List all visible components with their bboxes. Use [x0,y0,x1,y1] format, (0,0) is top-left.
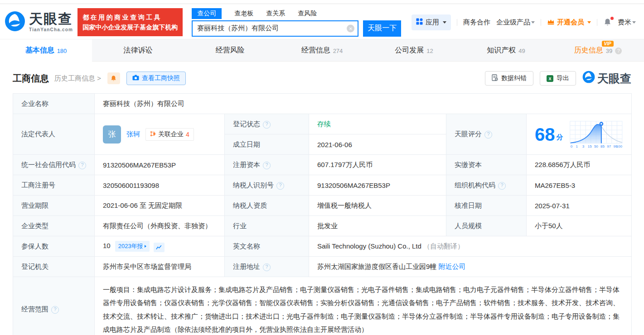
nav-cooperation[interactable]: 商务合作 [463,18,490,27]
tab-history-info[interactable]: VIP 历史信息 39 ? [552,39,644,61]
top-nav: 应用 商务合作 企业级产品 开通会员 费米 [412,14,636,30]
staff-size-value: 小于50人 [535,222,563,230]
tab-company-development[interactable]: 公司发展 12 [368,39,460,61]
apps-menu[interactable]: 应用 [412,14,451,30]
export-button[interactable]: x 导出 [540,71,576,86]
promo-banner[interactable]: 都在用的商业查询工具 国家中小企业发展子基金旗下机构 [77,8,183,37]
question-icon[interactable]: ? [615,48,622,54]
crown-icon [547,19,555,26]
field-label: 工商注册号 [21,181,55,189]
search-tab-relation[interactable]: 查关系 [266,8,285,19]
paid-capital-value: 228.6856万人民币 [535,161,591,168]
table-row: 统一社会信用代码 91320506MA267EB53P 注册资本 607.179… [13,155,632,175]
establish-date-value: 2021-06-06 [317,141,352,148]
field-label: 经营范围 [21,305,48,313]
promo-line1: 都在用的商业查询工具 [82,12,178,22]
search-tab-company[interactable]: 查公司 [192,8,222,19]
subscribe-bell-button[interactable] [107,72,120,84]
search-box: 查公司 查老板 查关系 查风险 ✕ 天眼一下 [192,8,401,37]
field-label: 实缴资本 [455,161,482,168]
vip-badge: VIP [602,41,614,47]
help-icon[interactable] [78,162,86,169]
tab-intellectual-property[interactable]: 知识产权 49 [460,39,552,61]
help-icon[interactable] [263,162,271,169]
help-icon[interactable] [498,182,506,190]
report-chip-label: 2023年报 [118,242,143,250]
annual-report-chip[interactable]: 2023年报 [115,241,150,252]
section-title: 工商信息 [13,72,49,85]
top-divider [0,4,644,4]
tab-operation-risk[interactable]: 经营风险 [184,39,276,61]
score-distribution-chart: 0 1 3 15 50 85 97 99 100 [569,119,624,150]
org-code-value: MA267EB5-3 [535,182,575,189]
table-row: 登记机关 苏州市吴中区市场监督管理局 注册地址 苏州太湖国家旅游度假区香山工业园… [13,257,632,277]
insured-count-value: 10 [103,242,111,249]
history-business-info-link[interactable]: 历史工商信息 > [54,74,101,83]
avatar[interactable]: 张 [103,125,121,144]
view-snapshot-button[interactable]: 查看工商快照 [126,72,186,85]
nav-user-menu[interactable]: 费米 [618,18,636,27]
arrow-right-icon [145,245,146,248]
search-tab-risk[interactable]: 查风险 [298,8,317,19]
svg-text:0: 0 [570,144,572,148]
business-info-table: 企业名称 赛丽科技（苏州）有限公司 法定代表人 张 张轲 关联企业 4 登记状态… [13,93,632,335]
chevron-down-icon [632,21,636,24]
related-count: 4 [186,131,189,138]
tab-count: 180 [57,48,67,54]
registered-address-value: 苏州太湖国家旅游度假区香山工业园9幢 [317,263,436,270]
field-label: 人员规模 [455,222,482,230]
search-button[interactable]: 天眼一下 [363,20,401,37]
tab-label: 公司发展 [395,46,424,55]
notification-dot [610,17,614,20]
legal-rep-link[interactable]: 张轲 [126,130,140,139]
data-correction-button[interactable]: 数据纠错 [485,71,533,86]
company-detail-tabs: 基本信息 180 法律诉讼 经营风险 经营信息 274 公司发展 12 知识产权… [0,39,644,62]
field-label: 企业名称 [21,100,48,107]
table-row: 工商注册号 320506001193098 纳税人识别号 91320506MA2… [13,175,632,196]
logo-subtext: TianYanCha.com [29,28,73,32]
nav-divider [597,19,597,26]
search-tab-boss[interactable]: 查老板 [234,8,253,19]
field-label: 登记机关 [21,263,48,270]
svg-text:3: 3 [582,144,584,148]
tianyancha-logo-icon [582,71,595,86]
chevron-down-icon [531,21,535,24]
search-input[interactable] [192,20,358,37]
search-tabs: 查公司 查老板 查关系 查风险 [192,8,401,19]
tianyancha-logo[interactable]: 天眼查 TianYanCha.com [5,11,73,34]
tab-label: 法律诉讼 [124,46,153,55]
nearby-companies-link[interactable]: 附近公司 [439,263,466,270]
taxpayer-id-value: 91320506MA267EB53P [317,182,390,189]
score-unit: 分 [557,133,563,142]
svg-text:97: 97 [607,144,611,148]
nav-vip-upgrade[interactable]: 开通会员 [547,18,591,27]
help-icon[interactable] [51,306,59,314]
field-label: 企业类型 [21,222,48,230]
tianyancha-logo-icon [5,11,25,34]
field-label: 成立日期 [233,140,260,148]
field-label: 天眼评分 [455,130,482,138]
tianyancha-watermark: 天眼查 [582,71,631,86]
help-icon[interactable] [276,182,284,190]
tab-operation-info[interactable]: 经营信息 274 [276,39,368,61]
field-label: 组织机构代码 [455,181,495,189]
help-icon[interactable] [484,131,492,139]
help-icon[interactable] [263,263,271,271]
correction-label: 数据纠错 [501,74,527,82]
bell-icon [110,75,117,82]
field-label: 注册资本 [233,161,260,168]
table-row: 营业期限 2021-06-06 至 无固定期限 纳税人资质 增值税一般纳税人 核… [13,196,632,216]
help-icon[interactable] [263,121,271,129]
table-row: 经营范围 一般项目：集成电路芯片设计及服务；集成电路芯片及产品销售；电子测量仪器… [13,277,632,335]
clear-icon[interactable]: ✕ [347,24,354,32]
tab-basic-info[interactable]: 基本信息 180 [0,39,92,62]
table-row: 参保人数 102023年报 英文名称 Saili Technology (Suz… [13,236,632,257]
tab-legal-litigation[interactable]: 法律诉讼 [92,39,184,61]
related-companies-badge[interactable]: 关联企业 4 [145,128,194,141]
notifications-bell[interactable] [603,18,612,27]
trend-chart-icon[interactable] [154,243,165,252]
nav-enterprise[interactable]: 企业级产品 [496,18,535,27]
field-label: 纳税人资质 [233,201,267,209]
business-term-value: 2021-06-06 至 无固定期限 [103,201,182,209]
taxpayer-quality-value: 增值税一般纳税人 [317,201,372,209]
